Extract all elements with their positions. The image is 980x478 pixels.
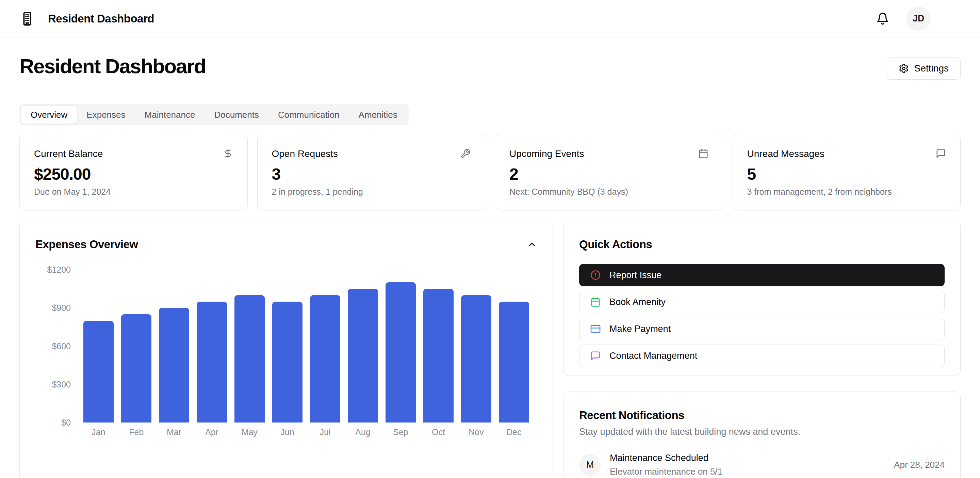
x-axis-label: Apr: [193, 427, 231, 437]
calendar-icon: [698, 148, 708, 159]
bar-apr: [197, 302, 227, 422]
tab-communication[interactable]: Communication: [269, 106, 349, 124]
x-axis-label: Sep: [382, 427, 420, 437]
page-title: Resident Dashboard: [19, 54, 205, 78]
action-label: Contact Management: [609, 351, 697, 361]
tab-maintenance[interactable]: Maintenance: [135, 106, 205, 124]
stat-label: Open Requests: [272, 148, 338, 159]
y-axis-tick: $0: [61, 418, 71, 428]
action-label: Report Issue: [609, 270, 662, 280]
notifications-bell-button[interactable]: [876, 12, 889, 25]
action-label: Make Payment: [609, 324, 671, 334]
stat-card-open-requests: Open Requests32 in progress, 1 pending: [257, 134, 485, 210]
bar-oct: [423, 289, 453, 422]
x-axis-label: Aug: [344, 427, 382, 437]
user-avatar[interactable]: JD: [906, 6, 931, 31]
y-axis-tick: $600: [52, 341, 71, 351]
alert-circle-icon: [590, 270, 601, 280]
recent-notifications-card: Recent Notifications Stay updated with t…: [563, 392, 961, 478]
bar-sep: [385, 282, 416, 422]
expenses-overview-card: Expenses Overview $1200$900$600$300$0 Ja…: [19, 221, 553, 478]
stat-value: 5: [747, 165, 946, 183]
book-amenity-button[interactable]: Book Amenity: [579, 291, 945, 313]
bar-dec: [499, 302, 529, 422]
stat-label: Current Balance: [34, 148, 103, 159]
x-axis-label: May: [231, 427, 269, 437]
bar-mar: [159, 308, 189, 422]
gear-icon: [899, 63, 909, 73]
settings-button[interactable]: Settings: [887, 57, 961, 80]
stat-subtext: 3 from management, 2 from neighbors: [747, 187, 946, 197]
message-square-icon: [936, 148, 946, 159]
quick-actions-card: Quick Actions Report IssueBook AmenityMa…: [563, 221, 961, 376]
x-axis-label: Dec: [495, 427, 533, 437]
x-axis-label: Nov: [457, 427, 495, 437]
calendar-icon: [590, 297, 601, 307]
chart-plot-area: [80, 270, 533, 422]
chart-y-axis: $1200$900$600$300$0: [35, 270, 71, 422]
contact-management-button[interactable]: Contact Management: [579, 344, 945, 367]
stat-subtext: Next: Community BBQ (3 days): [509, 187, 708, 197]
stat-card-unread-messages: Unread Messages53 from management, 2 fro…: [733, 134, 961, 210]
bar-jul: [310, 295, 340, 422]
brand: Resident Dashboard: [19, 11, 154, 27]
bar-nov: [461, 295, 492, 422]
bar-jun: [272, 302, 302, 422]
tab-overview[interactable]: Overview: [21, 106, 77, 124]
stat-value: 3: [272, 165, 471, 183]
notification-description: Elevator maintenance on 5/1: [610, 467, 722, 477]
top-navigation-bar: Resident Dashboard JD: [0, 0, 980, 37]
bar-feb: [121, 314, 151, 422]
chevron-up-icon: [527, 239, 537, 250]
action-label: Book Amenity: [609, 297, 666, 308]
stat-value: 2: [509, 165, 708, 183]
stat-value: $250.00: [34, 165, 233, 183]
stat-subtext: 2 in progress, 1 pending: [272, 187, 471, 197]
stat-label: Upcoming Events: [509, 148, 584, 159]
notification-date: Apr 28, 2024: [894, 460, 945, 470]
building-icon: [19, 11, 35, 27]
y-axis-tick: $1200: [47, 265, 71, 275]
y-axis-tick: $300: [52, 379, 71, 389]
wrench-icon: [460, 148, 471, 159]
quick-actions-title: Quick Actions: [579, 238, 945, 251]
recent-notifications-title: Recent Notifications: [579, 409, 945, 422]
make-payment-button[interactable]: Make Payment: [579, 318, 945, 340]
x-axis-label: Jun: [269, 427, 306, 437]
stat-label: Unread Messages: [747, 148, 824, 159]
x-axis-label: Mar: [155, 427, 193, 437]
tab-bar: OverviewExpensesMaintenanceDocumentsComm…: [19, 104, 409, 125]
app-title: Resident Dashboard: [48, 12, 154, 25]
notification-avatar: M: [579, 454, 601, 476]
stats-row: Current Balance$250.00Due on May 1, 2024…: [19, 134, 961, 210]
x-axis-label: Oct: [420, 427, 457, 437]
notification-item: MMaintenance ScheduledElevator maintenan…: [579, 453, 945, 477]
collapse-chart-button[interactable]: [527, 239, 537, 250]
bar-jan: [83, 321, 114, 422]
x-axis-label: Jan: [80, 427, 118, 437]
bar-aug: [348, 289, 378, 422]
notification-title: Maintenance Scheduled: [610, 453, 722, 464]
tab-documents[interactable]: Documents: [205, 106, 269, 124]
expenses-overview-title: Expenses Overview: [35, 238, 138, 251]
stat-card-upcoming-events: Upcoming Events2Next: Community BBQ (3 d…: [495, 134, 723, 210]
credit-card-icon: [590, 324, 601, 334]
stat-subtext: Due on May 1, 2024: [34, 187, 233, 197]
x-axis-label: Jul: [306, 427, 344, 437]
recent-notifications-subtitle: Stay updated with the latest building ne…: [579, 427, 945, 437]
tab-expenses[interactable]: Expenses: [77, 106, 135, 124]
x-axis-label: Feb: [118, 427, 155, 437]
message-square-icon: [590, 351, 601, 361]
chart-x-axis: JanFebMarAprMayJunJulAugSepOctNovDec: [80, 427, 533, 437]
stat-card-current-balance: Current Balance$250.00Due on May 1, 2024: [19, 134, 248, 210]
bell-icon: [876, 12, 889, 25]
settings-button-label: Settings: [914, 63, 949, 74]
bar-may: [234, 295, 265, 422]
tab-amenities[interactable]: Amenities: [349, 106, 407, 124]
y-axis-tick: $900: [52, 303, 71, 313]
report-issue-button[interactable]: Report Issue: [579, 264, 945, 286]
dollar-sign-icon: [223, 148, 233, 159]
expenses-bar-chart: $1200$900$600$300$0 JanFebMarAprMayJunJu…: [35, 270, 537, 437]
